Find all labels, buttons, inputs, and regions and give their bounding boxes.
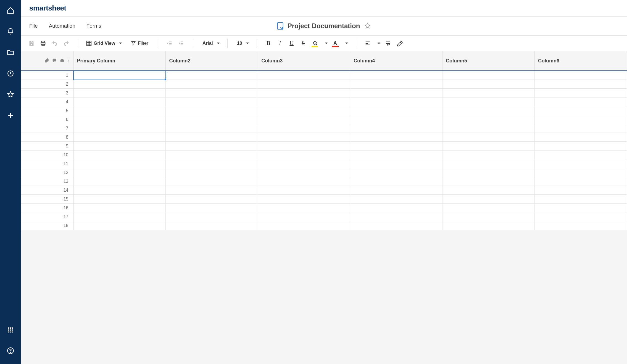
cell[interactable] — [258, 204, 350, 212]
cell[interactable] — [166, 177, 258, 186]
cell[interactable] — [350, 151, 442, 159]
row-number[interactable]: 18 — [21, 221, 73, 230]
home-icon[interactable] — [6, 6, 15, 15]
cell[interactable] — [73, 204, 166, 212]
cell[interactable] — [166, 124, 258, 133]
wrap-text-button[interactable] — [383, 38, 393, 48]
cell[interactable] — [166, 97, 258, 106]
cell[interactable] — [350, 159, 442, 168]
cell[interactable] — [73, 71, 166, 80]
cell[interactable] — [442, 212, 535, 221]
cell[interactable] — [258, 106, 350, 115]
cell[interactable] — [350, 106, 442, 115]
row-number[interactable]: 1 — [21, 71, 73, 80]
cell[interactable] — [73, 106, 166, 115]
cell[interactable] — [535, 133, 627, 142]
cell[interactable] — [258, 97, 350, 106]
row-number[interactable]: 14 — [21, 186, 73, 195]
cell[interactable] — [166, 71, 258, 80]
cell[interactable] — [442, 177, 535, 186]
apps-icon[interactable] — [6, 325, 15, 335]
recents-icon[interactable] — [6, 68, 15, 78]
row-number[interactable]: 3 — [21, 89, 73, 97]
cell[interactable] — [535, 115, 627, 124]
cell[interactable] — [535, 168, 627, 177]
menu-automation[interactable]: Automation — [49, 23, 75, 29]
cell[interactable] — [258, 80, 350, 89]
cell[interactable] — [442, 124, 535, 133]
column-header[interactable]: Primary Column — [73, 51, 166, 71]
cell[interactable] — [535, 106, 627, 115]
cell[interactable] — [442, 80, 535, 89]
cell[interactable] — [535, 221, 627, 230]
align-dropdown[interactable] — [374, 38, 381, 48]
grid-corner[interactable]: i — [21, 51, 73, 71]
cell[interactable] — [535, 124, 627, 133]
cell[interactable] — [350, 89, 442, 97]
cell[interactable] — [73, 186, 166, 195]
column-header[interactable]: Column6 — [535, 51, 627, 71]
cell[interactable] — [73, 159, 166, 168]
cell[interactable] — [166, 80, 258, 89]
cell[interactable] — [442, 221, 535, 230]
cell[interactable] — [166, 106, 258, 115]
outdent-button[interactable] — [165, 38, 175, 48]
favorites-icon[interactable] — [6, 89, 15, 99]
cell[interactable] — [350, 204, 442, 212]
cell[interactable] — [258, 212, 350, 221]
cell[interactable] — [350, 221, 442, 230]
cell[interactable] — [166, 212, 258, 221]
cell[interactable] — [166, 133, 258, 142]
cell[interactable] — [350, 142, 442, 151]
row-number[interactable]: 6 — [21, 115, 73, 124]
cell[interactable] — [350, 212, 442, 221]
cell[interactable] — [258, 177, 350, 186]
strikethrough-button[interactable]: S — [298, 38, 308, 48]
cell[interactable] — [73, 80, 166, 89]
menu-file[interactable]: File — [29, 23, 38, 29]
underline-button[interactable]: U — [287, 38, 297, 48]
cell[interactable] — [442, 97, 535, 106]
cell[interactable] — [442, 168, 535, 177]
cell[interactable] — [535, 142, 627, 151]
cell[interactable] — [350, 168, 442, 177]
cell[interactable] — [442, 186, 535, 195]
indent-button[interactable] — [176, 38, 186, 48]
row-info-icon[interactable]: i — [67, 58, 69, 64]
cell[interactable] — [73, 133, 166, 142]
cell[interactable] — [442, 142, 535, 151]
cell[interactable] — [350, 195, 442, 204]
cell[interactable] — [258, 124, 350, 133]
text-color-dropdown[interactable] — [342, 38, 349, 48]
print-button[interactable] — [38, 38, 48, 48]
cell[interactable] — [166, 151, 258, 159]
cell[interactable] — [73, 212, 166, 221]
cell[interactable] — [258, 195, 350, 204]
cell[interactable] — [442, 106, 535, 115]
cell[interactable] — [535, 212, 627, 221]
font-family-select[interactable]: Arial — [200, 38, 221, 48]
row-number[interactable]: 7 — [21, 124, 73, 133]
fill-color-dropdown[interactable] — [322, 38, 329, 48]
filter-button[interactable]: Filter — [130, 38, 151, 48]
row-number[interactable]: 4 — [21, 97, 73, 106]
cell[interactable] — [535, 97, 627, 106]
cell[interactable] — [442, 195, 535, 204]
cell[interactable] — [258, 186, 350, 195]
view-switcher[interactable]: Grid View — [85, 38, 123, 48]
cell[interactable] — [73, 97, 166, 106]
cell[interactable] — [258, 133, 350, 142]
cell[interactable] — [258, 115, 350, 124]
cell[interactable] — [73, 221, 166, 230]
cell[interactable] — [73, 89, 166, 97]
cell[interactable] — [166, 159, 258, 168]
cell[interactable] — [535, 159, 627, 168]
row-number[interactable]: 5 — [21, 106, 73, 115]
row-number[interactable]: 8 — [21, 133, 73, 142]
cell[interactable] — [535, 195, 627, 204]
cell[interactable] — [166, 89, 258, 97]
cell[interactable] — [442, 115, 535, 124]
cell[interactable] — [442, 151, 535, 159]
cell[interactable] — [442, 71, 535, 80]
align-button[interactable] — [363, 38, 373, 48]
